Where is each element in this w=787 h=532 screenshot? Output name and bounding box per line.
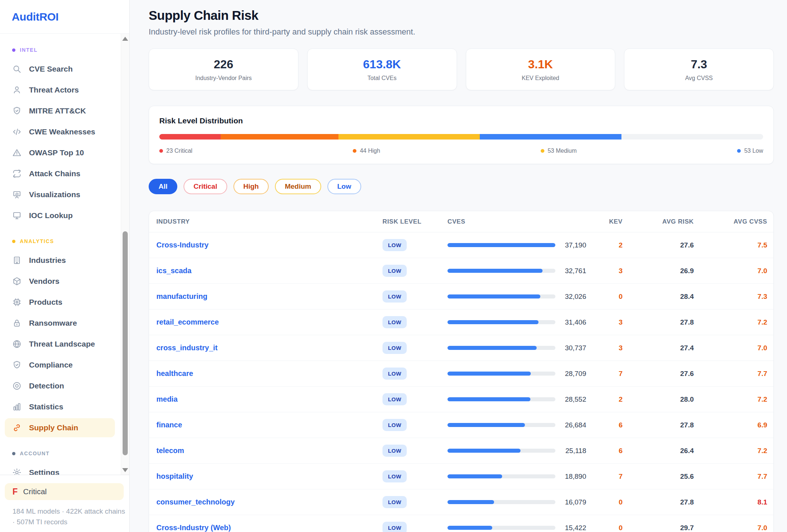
main-content: Supply Chain Risk Industry-level risk pr… [130, 0, 787, 532]
sidebar-item-threat-actors[interactable]: Threat Actors [5, 80, 115, 99]
cve-count-bar-fill [447, 500, 494, 504]
filter-pill-high[interactable]: High [233, 179, 269, 194]
table-row: consumer_technologyLOW16,079027.88.1 [149, 489, 773, 515]
risk-grade-badge: F Critical [5, 483, 124, 500]
risk-distribution-legend: 23 Critical44 High53 Medium53 Low [159, 148, 763, 154]
industry-link[interactable]: telecom [156, 446, 184, 455]
risk-distribution-bar [159, 134, 763, 140]
alert-triangle-icon [12, 148, 22, 158]
sidebar-item-industries[interactable]: Industries [5, 251, 115, 270]
sidebar-item-ioc-lookup[interactable]: IOC Lookup [5, 206, 115, 225]
cve-count-bar-fill [447, 294, 540, 298]
cube-icon [12, 276, 22, 286]
industry-link[interactable]: manufacturing [156, 292, 207, 300]
sidebar-item-label: Threat Landscape [29, 340, 95, 348]
avg-risk-value: 26.4 [623, 447, 694, 455]
grade-label: Critical [23, 487, 47, 496]
sidebar-item-ransomware[interactable]: Ransomware [5, 314, 115, 333]
industry-link[interactable]: media [156, 395, 178, 403]
cve-count-bar-fill [447, 346, 537, 350]
cve-count-bar [447, 243, 555, 247]
sidebar-item-compliance[interactable]: Compliance [5, 355, 115, 374]
cve-count-bar [447, 397, 555, 401]
sidebar-item-detection[interactable]: Detection [5, 376, 115, 395]
sidebar-item-label: Statistics [29, 402, 63, 411]
legend-dot-icon [353, 149, 356, 153]
column-header: AVG RISK [623, 218, 694, 225]
filter-pill-all[interactable]: All [149, 179, 177, 194]
globe-icon [12, 339, 22, 349]
industry-link[interactable]: retail_ecommerce [156, 318, 219, 326]
sidebar-item-threat-landscape[interactable]: Threat Landscape [5, 334, 115, 354]
avg-cvss-value: 7.5 [694, 241, 767, 249]
avg-risk-value: 26.9 [623, 267, 694, 275]
industry-link[interactable]: consumer_technology [156, 498, 235, 506]
cve-count: 37,190 [561, 241, 586, 249]
sidebar-item-owasp-top-10[interactable]: OWASP Top 10 [5, 143, 115, 162]
industry-link[interactable]: Cross-Industry [156, 241, 208, 249]
sidebar-item-label: Supply Chain [29, 423, 78, 432]
sidebar-item-mitre-att-ck[interactable]: MITRE ATT&CK [5, 101, 115, 120]
risk-level-badge: LOW [382, 316, 407, 328]
filter-pill-low[interactable]: Low [327, 179, 361, 194]
column-header: INDUSTRY [156, 218, 382, 225]
industry-link[interactable]: cross_industry_it [156, 344, 218, 352]
sidebar-scrollbar[interactable] [121, 34, 129, 475]
sidebar-item-visualizations[interactable]: Visualizations [5, 185, 115, 204]
avg-cvss-value: 8.1 [694, 498, 767, 506]
cve-count: 28,552 [561, 395, 586, 403]
stat-label: Total CVEs [367, 75, 396, 82]
table-header-row: INDUSTRYRISK LEVELCVESKEVAVG RISKAVG CVS… [149, 211, 773, 232]
stat-card: 613.8KTotal CVEs [307, 48, 457, 90]
industry-link[interactable]: Cross-Industry (Web) [156, 524, 231, 532]
column-header: KEV [587, 218, 623, 225]
industry-link[interactable]: finance [156, 421, 182, 429]
cve-count-bar-fill [447, 372, 531, 376]
avg-risk-value: 25.6 [623, 473, 694, 481]
scrollbar-thumb[interactable] [123, 231, 128, 455]
shield-check-icon [12, 360, 22, 370]
table-row: telecomLOW25,118626.47.2 [149, 438, 773, 464]
scrollbar-up-arrow-icon[interactable] [122, 37, 128, 41]
avg-cvss-value: 7.0 [694, 267, 767, 275]
cve-count-bar-fill [447, 243, 555, 247]
avg-risk-value: 27.8 [623, 421, 694, 429]
cve-count: 15,422 [561, 524, 586, 532]
filter-pill-medium[interactable]: Medium [275, 179, 321, 194]
scrollbar-down-arrow-icon[interactable] [122, 468, 128, 472]
kev-count: 2 [587, 241, 623, 249]
risk-level-badge: LOW [382, 265, 407, 277]
kev-count: 3 [587, 318, 623, 326]
sidebar-item-label: Detection [29, 381, 64, 390]
sidebar-item-cve-search[interactable]: CVE Search [5, 59, 115, 79]
section-dot-icon [12, 240, 15, 243]
legend-item: 53 Low [737, 148, 763, 154]
stat-value: 7.3 [691, 58, 707, 71]
cve-count-bar-fill [447, 320, 538, 324]
sidebar-item-attack-chains[interactable]: Attack Chains [5, 164, 115, 183]
legend-label: 44 High [360, 148, 380, 154]
building-icon [12, 256, 22, 265]
industry-link[interactable]: hospitality [156, 472, 193, 480]
sidebar-nav: INTELCVE SearchThreat ActorsMITRE ATT&CK… [0, 34, 129, 475]
risk-level-badge: LOW [382, 419, 407, 431]
sidebar-item-statistics[interactable]: Statistics [5, 397, 115, 416]
table-row: Cross-IndustryLOW37,190227.67.5 [149, 232, 773, 258]
industry-link[interactable]: healthcare [156, 369, 193, 377]
filter-pill-critical[interactable]: Critical [184, 179, 227, 194]
sidebar-item-label: Attack Chains [29, 169, 80, 178]
avg-risk-value: 28.4 [623, 293, 694, 301]
industry-link[interactable]: ics_scada [156, 267, 192, 275]
bar-chart-icon [12, 402, 22, 412]
table-body: Cross-IndustryLOW37,190227.67.5ics_scada… [149, 232, 773, 532]
sidebar-item-vendors[interactable]: Vendors [5, 272, 115, 291]
sidebar-item-settings[interactable]: Settings [5, 463, 115, 475]
sidebar-item-products[interactable]: Products [5, 293, 115, 312]
legend-dot-icon [159, 149, 163, 153]
sidebar-item-cwe-weaknesses[interactable]: CWE Weaknesses [5, 122, 115, 141]
risk-filter-pills: AllCriticalHighMediumLow [149, 179, 774, 194]
sidebar-item-supply-chain[interactable]: Supply Chain [5, 418, 115, 437]
chip-icon [12, 297, 22, 307]
table-row: hospitalityLOW18,890725.67.7 [149, 464, 773, 489]
risk-level-badge: LOW [382, 496, 407, 508]
